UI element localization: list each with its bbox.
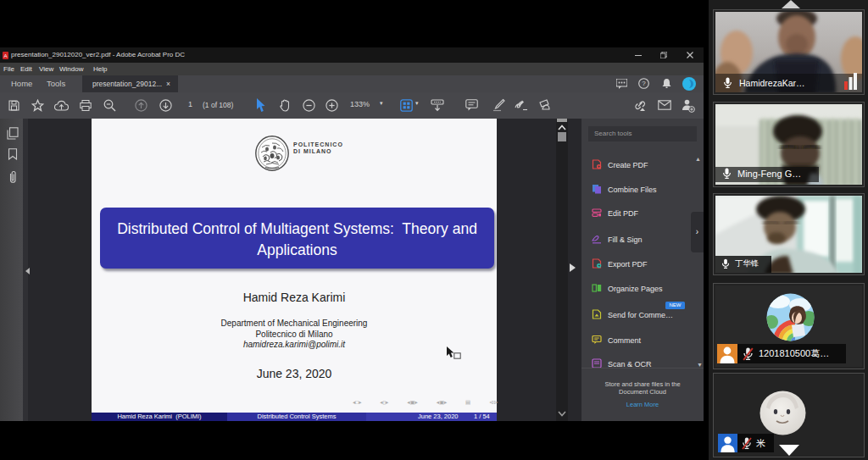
svg-text:?: ?: [642, 80, 646, 87]
svg-text:A: A: [3, 53, 7, 58]
